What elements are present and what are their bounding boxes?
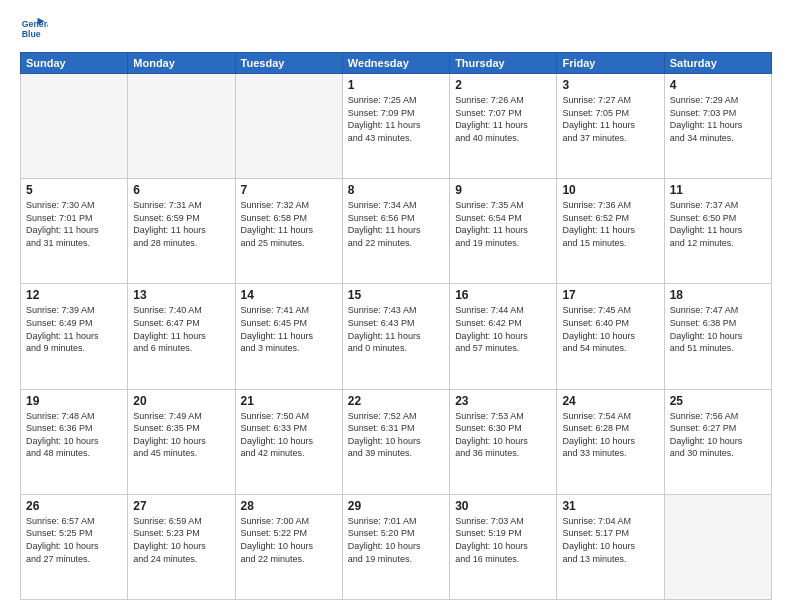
day-info: Sunrise: 7:52 AM Sunset: 6:31 PM Dayligh… xyxy=(348,410,444,460)
calendar-cell: 9Sunrise: 7:35 AM Sunset: 6:54 PM Daylig… xyxy=(450,179,557,284)
day-number: 3 xyxy=(562,78,658,92)
calendar-week-2: 5Sunrise: 7:30 AM Sunset: 7:01 PM Daylig… xyxy=(21,179,772,284)
day-number: 9 xyxy=(455,183,551,197)
day-info: Sunrise: 7:34 AM Sunset: 6:56 PM Dayligh… xyxy=(348,199,444,249)
calendar-cell: 3Sunrise: 7:27 AM Sunset: 7:05 PM Daylig… xyxy=(557,74,664,179)
calendar-cell: 24Sunrise: 7:54 AM Sunset: 6:28 PM Dayli… xyxy=(557,389,664,494)
day-info: Sunrise: 7:56 AM Sunset: 6:27 PM Dayligh… xyxy=(670,410,766,460)
day-info: Sunrise: 7:45 AM Sunset: 6:40 PM Dayligh… xyxy=(562,304,658,354)
day-number: 10 xyxy=(562,183,658,197)
calendar-header-tuesday: Tuesday xyxy=(235,53,342,74)
day-number: 4 xyxy=(670,78,766,92)
day-number: 26 xyxy=(26,499,122,513)
day-number: 11 xyxy=(670,183,766,197)
calendar-cell: 30Sunrise: 7:03 AM Sunset: 5:19 PM Dayli… xyxy=(450,494,557,599)
calendar-cell: 1Sunrise: 7:25 AM Sunset: 7:09 PM Daylig… xyxy=(342,74,449,179)
day-info: Sunrise: 7:29 AM Sunset: 7:03 PM Dayligh… xyxy=(670,94,766,144)
day-number: 1 xyxy=(348,78,444,92)
day-number: 29 xyxy=(348,499,444,513)
svg-text:General: General xyxy=(22,19,48,29)
day-number: 30 xyxy=(455,499,551,513)
day-number: 14 xyxy=(241,288,337,302)
day-info: Sunrise: 7:30 AM Sunset: 7:01 PM Dayligh… xyxy=(26,199,122,249)
day-number: 22 xyxy=(348,394,444,408)
day-number: 24 xyxy=(562,394,658,408)
day-info: Sunrise: 7:43 AM Sunset: 6:43 PM Dayligh… xyxy=(348,304,444,354)
day-number: 20 xyxy=(133,394,229,408)
calendar-cell: 29Sunrise: 7:01 AM Sunset: 5:20 PM Dayli… xyxy=(342,494,449,599)
day-number: 17 xyxy=(562,288,658,302)
calendar-cell: 16Sunrise: 7:44 AM Sunset: 6:42 PM Dayli… xyxy=(450,284,557,389)
day-number: 25 xyxy=(670,394,766,408)
day-info: Sunrise: 7:03 AM Sunset: 5:19 PM Dayligh… xyxy=(455,515,551,565)
calendar-cell: 19Sunrise: 7:48 AM Sunset: 6:36 PM Dayli… xyxy=(21,389,128,494)
calendar-cell: 13Sunrise: 7:40 AM Sunset: 6:47 PM Dayli… xyxy=(128,284,235,389)
calendar-week-3: 12Sunrise: 7:39 AM Sunset: 6:49 PM Dayli… xyxy=(21,284,772,389)
day-number: 16 xyxy=(455,288,551,302)
day-info: Sunrise: 7:48 AM Sunset: 6:36 PM Dayligh… xyxy=(26,410,122,460)
day-info: Sunrise: 7:41 AM Sunset: 6:45 PM Dayligh… xyxy=(241,304,337,354)
calendar-table: SundayMondayTuesdayWednesdayThursdayFrid… xyxy=(20,52,772,600)
calendar-header-saturday: Saturday xyxy=(664,53,771,74)
calendar-cell xyxy=(21,74,128,179)
calendar-cell: 26Sunrise: 6:57 AM Sunset: 5:25 PM Dayli… xyxy=(21,494,128,599)
calendar-cell: 20Sunrise: 7:49 AM Sunset: 6:35 PM Dayli… xyxy=(128,389,235,494)
calendar-header-row: SundayMondayTuesdayWednesdayThursdayFrid… xyxy=(21,53,772,74)
calendar-cell: 15Sunrise: 7:43 AM Sunset: 6:43 PM Dayli… xyxy=(342,284,449,389)
calendar-week-5: 26Sunrise: 6:57 AM Sunset: 5:25 PM Dayli… xyxy=(21,494,772,599)
calendar-week-1: 1Sunrise: 7:25 AM Sunset: 7:09 PM Daylig… xyxy=(21,74,772,179)
day-info: Sunrise: 7:47 AM Sunset: 6:38 PM Dayligh… xyxy=(670,304,766,354)
day-number: 6 xyxy=(133,183,229,197)
calendar-header-sunday: Sunday xyxy=(21,53,128,74)
calendar-header-monday: Monday xyxy=(128,53,235,74)
calendar-cell: 8Sunrise: 7:34 AM Sunset: 6:56 PM Daylig… xyxy=(342,179,449,284)
calendar-cell: 2Sunrise: 7:26 AM Sunset: 7:07 PM Daylig… xyxy=(450,74,557,179)
day-info: Sunrise: 7:27 AM Sunset: 7:05 PM Dayligh… xyxy=(562,94,658,144)
calendar-cell: 25Sunrise: 7:56 AM Sunset: 6:27 PM Dayli… xyxy=(664,389,771,494)
day-info: Sunrise: 6:59 AM Sunset: 5:23 PM Dayligh… xyxy=(133,515,229,565)
day-number: 7 xyxy=(241,183,337,197)
calendar-cell: 4Sunrise: 7:29 AM Sunset: 7:03 PM Daylig… xyxy=(664,74,771,179)
day-number: 12 xyxy=(26,288,122,302)
calendar-cell xyxy=(128,74,235,179)
day-number: 2 xyxy=(455,78,551,92)
page: GeneralBlue SundayMondayTuesdayWednesday… xyxy=(0,0,792,612)
calendar-cell: 10Sunrise: 7:36 AM Sunset: 6:52 PM Dayli… xyxy=(557,179,664,284)
day-info: Sunrise: 7:54 AM Sunset: 6:28 PM Dayligh… xyxy=(562,410,658,460)
calendar-cell: 31Sunrise: 7:04 AM Sunset: 5:17 PM Dayli… xyxy=(557,494,664,599)
calendar-cell: 5Sunrise: 7:30 AM Sunset: 7:01 PM Daylig… xyxy=(21,179,128,284)
day-info: Sunrise: 7:00 AM Sunset: 5:22 PM Dayligh… xyxy=(241,515,337,565)
calendar-cell: 7Sunrise: 7:32 AM Sunset: 6:58 PM Daylig… xyxy=(235,179,342,284)
day-info: Sunrise: 7:37 AM Sunset: 6:50 PM Dayligh… xyxy=(670,199,766,249)
day-number: 13 xyxy=(133,288,229,302)
calendar-cell: 18Sunrise: 7:47 AM Sunset: 6:38 PM Dayli… xyxy=(664,284,771,389)
calendar-cell xyxy=(664,494,771,599)
day-number: 27 xyxy=(133,499,229,513)
day-info: Sunrise: 7:32 AM Sunset: 6:58 PM Dayligh… xyxy=(241,199,337,249)
day-number: 15 xyxy=(348,288,444,302)
day-info: Sunrise: 7:44 AM Sunset: 6:42 PM Dayligh… xyxy=(455,304,551,354)
day-info: Sunrise: 7:25 AM Sunset: 7:09 PM Dayligh… xyxy=(348,94,444,144)
day-number: 23 xyxy=(455,394,551,408)
calendar-cell: 6Sunrise: 7:31 AM Sunset: 6:59 PM Daylig… xyxy=(128,179,235,284)
day-info: Sunrise: 7:36 AM Sunset: 6:52 PM Dayligh… xyxy=(562,199,658,249)
day-number: 21 xyxy=(241,394,337,408)
calendar-header-friday: Friday xyxy=(557,53,664,74)
calendar-cell xyxy=(235,74,342,179)
day-number: 8 xyxy=(348,183,444,197)
day-number: 19 xyxy=(26,394,122,408)
calendar-cell: 28Sunrise: 7:00 AM Sunset: 5:22 PM Dayli… xyxy=(235,494,342,599)
day-info: Sunrise: 7:01 AM Sunset: 5:20 PM Dayligh… xyxy=(348,515,444,565)
calendar-cell: 17Sunrise: 7:45 AM Sunset: 6:40 PM Dayli… xyxy=(557,284,664,389)
day-info: Sunrise: 7:04 AM Sunset: 5:17 PM Dayligh… xyxy=(562,515,658,565)
logo: GeneralBlue xyxy=(20,16,48,44)
calendar-header-wednesday: Wednesday xyxy=(342,53,449,74)
day-info: Sunrise: 7:40 AM Sunset: 6:47 PM Dayligh… xyxy=(133,304,229,354)
day-info: Sunrise: 7:35 AM Sunset: 6:54 PM Dayligh… xyxy=(455,199,551,249)
calendar-cell: 11Sunrise: 7:37 AM Sunset: 6:50 PM Dayli… xyxy=(664,179,771,284)
calendar-week-4: 19Sunrise: 7:48 AM Sunset: 6:36 PM Dayli… xyxy=(21,389,772,494)
day-info: Sunrise: 7:49 AM Sunset: 6:35 PM Dayligh… xyxy=(133,410,229,460)
header: GeneralBlue xyxy=(20,16,772,44)
day-info: Sunrise: 7:53 AM Sunset: 6:30 PM Dayligh… xyxy=(455,410,551,460)
day-info: Sunrise: 7:26 AM Sunset: 7:07 PM Dayligh… xyxy=(455,94,551,144)
